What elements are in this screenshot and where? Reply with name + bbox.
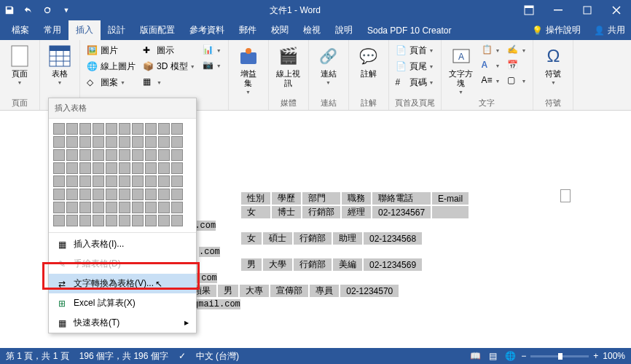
grid-cell[interactable] <box>158 162 170 174</box>
screenshot-button[interactable]: 📷▼ <box>200 58 224 73</box>
grid-cell[interactable] <box>145 175 157 187</box>
grid-cell[interactable] <box>79 162 91 174</box>
grid-cell[interactable] <box>119 175 130 187</box>
tab-file[interactable]: 檔案 <box>4 20 36 40</box>
grid-cell[interactable] <box>171 123 183 135</box>
ribbon-options-icon[interactable] <box>514 0 544 20</box>
grid-cell[interactable] <box>106 123 117 135</box>
minimize-icon[interactable] <box>544 0 573 20</box>
grid-cell[interactable] <box>53 136 65 148</box>
grid-cell[interactable] <box>132 123 144 135</box>
grid-cell[interactable] <box>132 202 144 213</box>
grid-cell[interactable] <box>171 202 183 213</box>
grid-cell[interactable] <box>158 215 170 226</box>
grid-cell[interactable] <box>171 136 183 148</box>
grid-cell[interactable] <box>79 189 91 200</box>
qat-more-icon[interactable]: ▼ <box>57 0 76 20</box>
grid-cell[interactable] <box>171 215 183 226</box>
grid-cell[interactable] <box>106 215 117 226</box>
tab-home[interactable]: 常用 <box>36 20 68 40</box>
grid-cell[interactable] <box>171 149 183 161</box>
zoom-out-icon[interactable]: − <box>521 351 526 361</box>
proofing-icon[interactable]: ✓ <box>179 351 186 361</box>
tab-insert[interactable]: 插入 <box>68 20 101 40</box>
grid-cell[interactable] <box>132 189 144 200</box>
grid-cell[interactable] <box>93 136 104 148</box>
3d-model-button[interactable]: 📦3D 模型▼ <box>141 59 197 74</box>
pictures-button[interactable]: 🖼️圖片 <box>85 43 138 58</box>
grid-cell[interactable] <box>106 149 117 161</box>
grid-cell[interactable] <box>106 202 117 213</box>
grid-cell[interactable] <box>79 149 91 161</box>
grid-cell[interactable] <box>158 149 170 161</box>
symbol-button[interactable]: Ω符號▼ <box>538 43 568 87</box>
undo-icon[interactable] <box>19 0 38 20</box>
grid-cell[interactable] <box>93 175 104 187</box>
draw-table-item[interactable]: ✎手繪表格(D) <box>49 254 196 274</box>
save-icon[interactable] <box>0 0 19 20</box>
grid-cell[interactable] <box>145 149 157 161</box>
grid-cell[interactable] <box>53 162 65 174</box>
grid-cell[interactable] <box>132 175 144 187</box>
online-video-button[interactable]: 🎬線上視訊 <box>273 43 304 90</box>
grid-cell[interactable] <box>79 123 91 135</box>
shapes-button[interactable]: ◇圖案▼ <box>85 75 138 90</box>
signature-button[interactable]: ✍▼ <box>505 43 528 58</box>
tab-review[interactable]: 校閱 <box>264 20 296 40</box>
textbox-button[interactable]: A文字方塊▼ <box>446 43 477 96</box>
dropcap-button[interactable]: A≡▼ <box>479 74 503 88</box>
grid-cell[interactable] <box>66 123 78 135</box>
page-number-button[interactable]: #頁碼▼ <box>393 75 436 90</box>
tab-references[interactable]: 參考資料 <box>182 20 232 40</box>
grid-cell[interactable] <box>66 149 78 161</box>
grid-cell[interactable] <box>158 189 170 200</box>
grid-cell[interactable] <box>158 136 170 148</box>
comment-button[interactable]: 💬註解 <box>353 43 384 80</box>
grid-cell[interactable] <box>53 215 65 226</box>
grid-cell[interactable] <box>79 202 91 213</box>
zoom-in-icon[interactable]: + <box>593 351 598 361</box>
tab-view[interactable]: 檢視 <box>296 20 328 40</box>
grid-cell[interactable] <box>119 136 130 148</box>
grid-cell[interactable] <box>66 162 78 174</box>
grid-cell[interactable] <box>66 136 78 148</box>
grid-cell[interactable] <box>171 162 183 174</box>
grid-cell[interactable] <box>93 189 104 200</box>
grid-cell[interactable] <box>66 175 78 187</box>
grid-cell[interactable] <box>79 136 91 148</box>
footer-button[interactable]: 📄頁尾▼ <box>393 59 436 74</box>
share-button[interactable]: 共用 <box>608 24 625 36</box>
grid-cell[interactable] <box>53 149 65 161</box>
grid-cell[interactable] <box>171 175 183 187</box>
grid-cell[interactable] <box>66 189 78 200</box>
grid-cell[interactable] <box>53 202 65 213</box>
zoom-level[interactable]: 100% <box>603 351 625 361</box>
page-button[interactable]: 頁面▼ <box>4 43 35 87</box>
smartart-button[interactable]: ▦▼ <box>141 75 197 90</box>
quickparts-button[interactable]: 📋▼ <box>479 43 503 58</box>
grid-cell[interactable] <box>93 149 104 161</box>
status-words[interactable]: 196 個字，共 196 個字 <box>79 350 168 363</box>
grid-cell[interactable] <box>93 215 104 226</box>
status-language[interactable]: 中文 (台灣) <box>196 350 239 363</box>
tab-layout[interactable]: 版面配置 <box>133 20 182 40</box>
close-icon[interactable] <box>602 0 631 20</box>
convert-text-item[interactable]: ⇄文字轉換為表格(V)...↖ <box>49 274 196 293</box>
grid-cell[interactable] <box>158 123 170 135</box>
grid-cell[interactable] <box>158 202 170 213</box>
grid-cell[interactable] <box>119 123 130 135</box>
web-layout-icon[interactable]: 🌐 <box>503 349 517 363</box>
grid-cell[interactable] <box>79 175 91 187</box>
grid-cell[interactable] <box>145 162 157 174</box>
grid-cell[interactable] <box>93 162 104 174</box>
grid-cell[interactable] <box>119 202 130 213</box>
grid-cell[interactable] <box>132 162 144 174</box>
grid-cell[interactable] <box>132 136 144 148</box>
grid-cell[interactable] <box>66 202 78 213</box>
grid-cell[interactable] <box>171 189 183 200</box>
grid-cell[interactable] <box>106 162 117 174</box>
grid-cell[interactable] <box>145 189 157 200</box>
status-page[interactable]: 第 1 頁，共 1 頁 <box>6 350 69 363</box>
grid-cell[interactable] <box>79 215 91 226</box>
grid-cell[interactable] <box>145 215 157 226</box>
